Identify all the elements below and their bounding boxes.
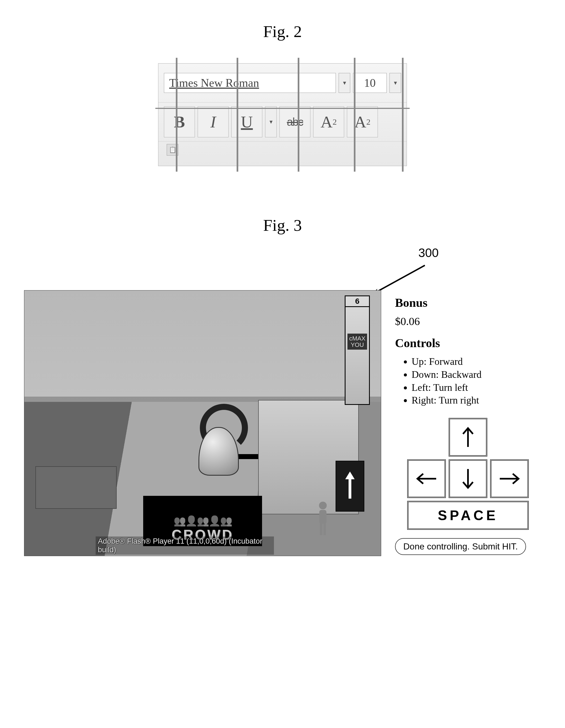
controls-heading: Controls <box>395 336 541 350</box>
svg-point-4 <box>319 502 327 509</box>
keypad: SPACE <box>395 418 541 530</box>
font-row-3: 📋 <box>158 141 407 158</box>
italic-button[interactable]: I <box>198 106 229 137</box>
arrow-up-key[interactable] <box>449 418 487 457</box>
latency-top-value: 6 <box>346 296 369 307</box>
figure-3-label: Fig. 3 <box>11 216 554 235</box>
font-size-input[interactable]: 10 <box>353 73 387 93</box>
word-font-toolbar: Times New Roman ▾ 10 ▾ B I U ▾ abc A2 A2… <box>158 63 407 166</box>
arrow-left-key[interactable] <box>407 459 446 498</box>
person-icon <box>313 501 333 536</box>
figure-2-label: Fig. 2 <box>11 22 554 41</box>
font-name-dropdown-icon[interactable]: ▾ <box>339 73 350 93</box>
direction-indicator <box>336 461 364 512</box>
arrow-right-key[interactable] <box>490 459 529 498</box>
font-name-input[interactable]: Times New Roman <box>164 73 336 93</box>
superscript-base: A <box>321 112 333 132</box>
font-size-dropdown-icon[interactable]: ▾ <box>389 73 401 93</box>
crowd-people-icon: 👥👤👥👤👥 <box>174 515 232 527</box>
svg-rect-6 <box>320 523 322 535</box>
fig3-container: 300 6 cMAX YOU <box>24 290 541 556</box>
scene-box-left <box>35 466 117 509</box>
latency-line-1: cMAX <box>349 335 365 342</box>
subscript-base: A <box>354 112 366 132</box>
controls-list: Up: Forward Down: Backward Left: Turn le… <box>395 355 541 407</box>
control-item-up: Up: Forward <box>412 355 541 368</box>
robot-video-panel: 6 cMAX YOU <box>24 290 381 556</box>
strikethrough-button[interactable]: abc <box>279 106 310 137</box>
bold-button[interactable]: B <box>164 106 195 137</box>
superscript-button[interactable]: A2 <box>313 106 344 137</box>
control-item-left: Left: Turn left <box>412 381 541 394</box>
clipboard-icon[interactable]: 📋 <box>167 144 178 156</box>
latency-bar: 6 cMAX YOU <box>345 295 370 405</box>
fig2-container: Times New Roman ▾ 10 ▾ B I U ▾ abc A2 A2… <box>158 63 407 166</box>
arrow-down-key[interactable] <box>449 459 487 498</box>
svg-rect-5 <box>319 510 326 524</box>
latency-labels: cMAX YOU <box>347 334 367 350</box>
fig3-layout-row: 6 cMAX YOU <box>24 290 541 556</box>
latency-line-2: YOU <box>349 342 365 348</box>
underline-button[interactable]: U <box>231 106 262 137</box>
superscript-exp: 2 <box>333 117 337 127</box>
underline-dropdown-icon[interactable]: ▾ <box>265 106 277 137</box>
control-item-down: Down: Backward <box>412 368 541 381</box>
subscript-exp: 2 <box>366 117 370 127</box>
kettle-object <box>190 404 245 476</box>
subscript-button[interactable]: A2 <box>347 106 378 137</box>
bonus-value: $0.06 <box>395 315 541 328</box>
flash-player-caption: Adobe® Flash® Player 11 (11,0,0,60d) (In… <box>96 536 274 555</box>
submit-hit-button[interactable]: Done controlling. Submit HIT. <box>395 538 526 555</box>
svg-rect-7 <box>323 523 326 535</box>
side-panel: Bonus $0.06 Controls Up: Forward Down: B… <box>395 290 541 555</box>
control-item-right: Right: Turn right <box>412 394 541 407</box>
space-key[interactable]: SPACE <box>407 501 529 530</box>
reference-number-300: 300 <box>418 246 439 260</box>
font-row-2: B I U ▾ abc A2 A2 <box>158 102 407 141</box>
arrow-key-row <box>407 459 529 498</box>
font-row-1: Times New Roman ▾ 10 ▾ <box>158 64 407 102</box>
svg-marker-3 <box>345 472 355 479</box>
